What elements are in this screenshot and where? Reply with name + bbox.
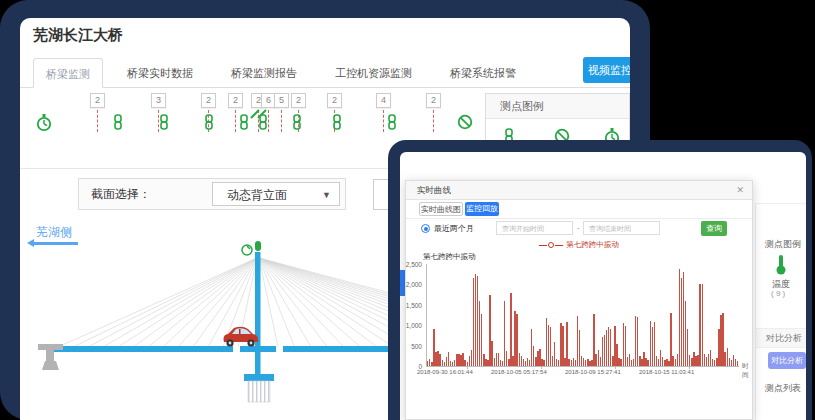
left-pier xyxy=(38,344,63,370)
chain-sensor-icon xyxy=(292,114,302,130)
pylon-footing xyxy=(248,381,270,402)
chart-legend: 第七跨跨中振动 xyxy=(406,240,752,250)
sensor-icon-wrap[interactable] xyxy=(292,114,302,134)
chain-sensor-icon xyxy=(387,114,397,130)
sensor-icon-wrap[interactable] xyxy=(457,114,473,134)
recent-two-months-label: 最近两个月 xyxy=(434,223,474,234)
recent-two-months-radio[interactable] xyxy=(421,224,430,233)
x-tick-label: 2018-09-30 16:01:44 xyxy=(417,369,473,375)
modal-tab-rule xyxy=(406,218,752,219)
sensor-icon-wrap[interactable] xyxy=(113,114,123,134)
y-tick-label: 1,500 xyxy=(400,302,422,309)
x-tick-label: 2018-10-15 11:03:41 xyxy=(639,369,694,375)
chain-sensor-icon xyxy=(332,114,342,130)
sensor-icon-wrap[interactable] xyxy=(159,114,169,134)
legend-marker-icon xyxy=(548,242,554,248)
section-select-value: 动态背立面 xyxy=(227,188,287,202)
x-tick-mark xyxy=(615,366,616,369)
chain-sensor-icon xyxy=(204,114,214,130)
section-select-group: 截面选择： 动态背立面 ▼ xyxy=(78,178,346,210)
sensor-count-badge: 5 xyxy=(274,93,289,108)
bridge-pylon xyxy=(255,252,261,378)
section-select-label: 截面选择： xyxy=(91,179,151,209)
sensor-dotted-line xyxy=(281,110,282,132)
chain-sensor-icon xyxy=(113,114,123,130)
legend-series-label: 第七跨跨中振动 xyxy=(566,240,619,250)
tab-桥梁实时数据[interactable]: 桥梁实时数据 xyxy=(115,58,205,88)
chart-series-bars xyxy=(427,264,739,366)
overlay-window: 测点图例 温度 ( 9 ) 对比分析 对比分析 测点列表 实时曲线 ✕ 实时曲线… xyxy=(400,152,806,420)
sensor-count-badge: 2 xyxy=(327,93,342,108)
chain-sensor-icon xyxy=(239,114,249,130)
sensor-count-badge: 2 xyxy=(90,93,105,108)
compare-section-header: 对比分析 xyxy=(756,328,806,348)
x-axis-name: 时间 xyxy=(742,362,752,380)
page-title: 芜湖长江大桥 xyxy=(33,26,123,45)
chevron-down-icon: ▼ xyxy=(322,183,331,207)
sensor-count-badge: 2 xyxy=(201,93,216,108)
tab-桥梁监测报告[interactable]: 桥梁监测报告 xyxy=(219,58,309,88)
sensor-dotted-line xyxy=(235,110,236,132)
sensor-icon-wrap[interactable] xyxy=(258,114,268,134)
car xyxy=(224,327,259,347)
y-tick-label: 2,000 xyxy=(400,281,422,288)
bar xyxy=(737,361,738,366)
legend-panel-title: 测点图例 xyxy=(486,94,629,119)
start-time-input[interactable]: 查询开始时间 xyxy=(496,221,573,235)
y-tick-label: 1,000 xyxy=(400,322,422,329)
vibration-chart xyxy=(426,264,739,367)
sensor-count-badge: 2 xyxy=(426,93,441,108)
end-time-input[interactable]: 查询结束时间 xyxy=(583,221,660,235)
y-tick-label: 2,500 xyxy=(400,261,422,268)
realtime-curve-modal: 实时曲线 ✕ 实时曲线图 监控回放 最近两个月 查询开始时间 - 查询结束时间 … xyxy=(405,180,753,420)
tab-桥梁系统报警[interactable]: 桥梁系统报警 xyxy=(438,58,528,88)
sensor-icon-wrap[interactable] xyxy=(204,114,214,134)
chain-sensor-icon xyxy=(159,114,169,130)
sensor-icon-wrap[interactable] xyxy=(239,114,249,134)
x-tick-mark xyxy=(541,366,542,369)
y-tick-label: 500 xyxy=(400,343,422,350)
thermometer-icon xyxy=(775,254,787,276)
query-button[interactable]: 查询 xyxy=(701,221,727,236)
date-range-separator: - xyxy=(577,223,580,232)
chart-title: 第七跨跨中振动 xyxy=(423,252,476,262)
sensor-count-badge: 3 xyxy=(151,93,166,108)
x-tick-mark xyxy=(467,366,468,369)
main-tab-bar: 桥梁监测桥梁实时数据桥梁监测报告工控机资源监测桥梁系统报警 xyxy=(20,58,630,88)
sensor-count-badge: 4 xyxy=(376,93,391,108)
tab-桥梁监测[interactable]: 桥梁监测 xyxy=(33,58,103,88)
x-tick-label: 2018-10-05 05:17:54 xyxy=(491,369,547,375)
pylon-footing-cap xyxy=(244,374,274,381)
sensor-icon-wrap[interactable] xyxy=(332,114,342,134)
sensor-dotted-line xyxy=(97,110,98,132)
x-tick-label: 2018-10-09 15:27:41 xyxy=(565,369,621,375)
modal-header: 实时曲线 ✕ xyxy=(406,181,752,200)
sensor-count-badge: 2 xyxy=(228,93,243,108)
close-icon[interactable]: ✕ xyxy=(736,185,744,195)
tab-realtime-curve[interactable]: 实时曲线图 xyxy=(419,202,463,216)
sensor-count-badge: 2 xyxy=(291,93,306,108)
compare-analysis-button[interactable]: 对比分析 xyxy=(768,352,806,369)
sensor-dotted-line xyxy=(433,110,434,132)
tab-monitor-replay[interactable]: 监控回放 xyxy=(465,202,499,216)
modal-title: 实时曲线 xyxy=(417,185,451,197)
sensor-icon-wrap[interactable] xyxy=(36,114,52,136)
no-entry-icon xyxy=(457,114,473,130)
stopwatch-icon xyxy=(36,114,52,132)
x-tick-mark xyxy=(689,366,690,369)
overlay-device-frame: 测点图例 温度 ( 9 ) 对比分析 对比分析 测点列表 实时曲线 ✕ 实时曲线… xyxy=(388,140,812,420)
bridge-deck xyxy=(50,346,233,352)
section-select-dropdown[interactable]: 动态背立面 ▼ xyxy=(212,182,340,206)
tab-工控机资源监测[interactable]: 工控机资源监测 xyxy=(323,58,424,88)
sensor-dotted-line xyxy=(383,110,384,132)
video-monitor-button[interactable]: 视频监控 xyxy=(583,57,630,83)
sensor-icon-wrap[interactable] xyxy=(387,114,397,134)
temperature-count: ( 9 ) xyxy=(771,289,785,298)
chain-sensor-icon xyxy=(258,114,268,130)
